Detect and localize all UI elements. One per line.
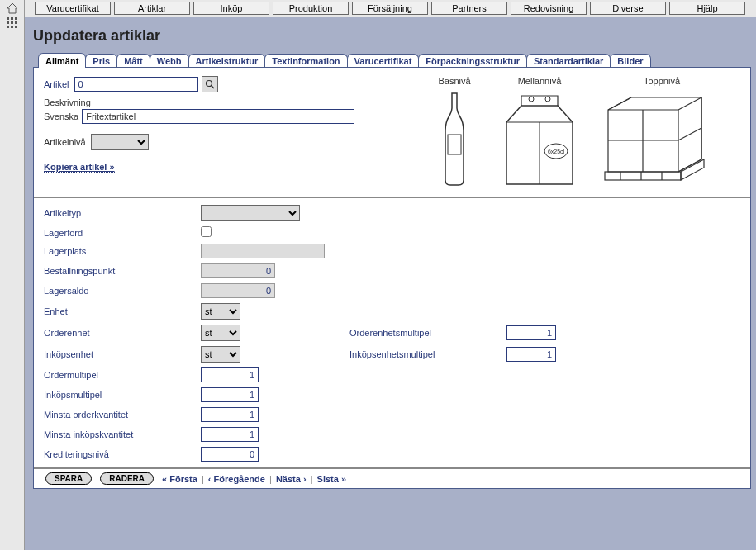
minsta-orderkvantitet-label: Minsta orderkvantitet (44, 410, 188, 420)
orderenhetsmultipel-label: Orderenhetsmultipel (349, 328, 493, 338)
inkopsmultipel-label: Inköpsmultipel (44, 390, 188, 400)
ordermultipel-input[interactable] (201, 367, 259, 382)
minsta-orderkvantitet-input[interactable] (201, 407, 259, 422)
menu-inkop[interactable]: Inköp (193, 2, 269, 15)
menu-diverse[interactable]: Diverse (590, 2, 666, 15)
svg-rect-6 (7, 26, 9, 28)
svenska-label: Svenska (44, 111, 78, 121)
tab-standardartiklar[interactable]: Standardartiklar (526, 54, 611, 68)
tab-allmant[interactable]: Allmänt (38, 53, 86, 68)
minsta-inkopskvantitet-label: Minsta inköpskvantitet (44, 429, 188, 439)
svg-rect-8 (15, 26, 17, 28)
menu-redovisning[interactable]: Redovisning (511, 2, 587, 15)
grid-icon[interactable] (6, 17, 19, 30)
menu-forsaljning[interactable]: Försäljning (352, 2, 428, 15)
home-icon[interactable] (6, 2, 19, 15)
menu-hjalp[interactable]: Hjälp (669, 2, 745, 15)
save-button[interactable]: SPARA (45, 472, 92, 485)
svg-rect-4 (11, 21, 13, 24)
svenska-input[interactable] (82, 109, 354, 124)
bottle-icon (430, 89, 479, 188)
svg-line-26 (678, 97, 701, 110)
search-button[interactable] (202, 76, 218, 92)
tab-textinformation[interactable]: Textinformation (264, 54, 347, 68)
svg-rect-1 (11, 17, 13, 20)
orderenhetsmultipel-input[interactable] (506, 325, 556, 340)
mellanniva-label: Mellannivå (494, 76, 585, 86)
lagerford-checkbox[interactable] (201, 226, 212, 237)
upper-left: Artikel Beskrivning Svenska (44, 76, 430, 190)
artikelniva-select[interactable] (91, 134, 149, 150)
tab-pris[interactable]: Pris (85, 54, 117, 68)
tab-forpackningsstruktur[interactable]: Förpackningsstruktur (418, 54, 527, 68)
beskrivning-label: Beskrivning (44, 97, 91, 107)
svg-line-18 (608, 97, 631, 110)
svg-rect-5 (15, 21, 17, 24)
basniva-col: Basnivå (430, 76, 479, 190)
pager: « Första | ‹ Föregående | Nästa › | Sist… (162, 474, 346, 484)
krediteringsniva-input[interactable] (201, 447, 259, 462)
footer: SPARA RADERA « Första | ‹ Föregående | N… (34, 469, 750, 488)
lagerplats-input (201, 244, 325, 258)
bestallningspunkt-input (201, 263, 275, 278)
delete-button[interactable]: RADERA (100, 472, 154, 485)
menu-partners[interactable]: Partners (431, 2, 507, 15)
main-area: Varucertifikat Artiklar Inköp Produktion… (25, 0, 756, 550)
menu-varucertifikat[interactable]: Varucertifikat (35, 2, 111, 15)
tab-webb[interactable]: Webb (150, 54, 189, 68)
svg-line-19 (678, 159, 701, 172)
app-root: Varucertifikat Artiklar Inköp Produktion… (0, 0, 756, 550)
orderenhet-select[interactable]: st (201, 325, 240, 341)
panel: Artikel Beskrivning Svenska (33, 67, 751, 489)
detail-form: Artikeltyp Lagerförd Lagerplats Beställn… (34, 198, 750, 469)
pallet-icon (600, 89, 724, 188)
toppniva-col: Toppnivå (600, 76, 724, 190)
tab-bilder[interactable]: Bilder (610, 54, 650, 68)
svg-point-17 (545, 97, 550, 102)
menu-produktion[interactable]: Produktion (273, 2, 349, 15)
krediteringsniva-label: Krediteringsnivå (44, 449, 188, 459)
svg-rect-11 (448, 135, 461, 154)
pager-last[interactable]: Sista » (317, 474, 346, 484)
menu-artiklar[interactable]: Artiklar (114, 2, 190, 15)
enhet-label: Enhet (44, 306, 188, 316)
svg-point-16 (529, 97, 534, 102)
artikel-input[interactable] (74, 77, 198, 92)
tab-matt[interactable]: Mått (116, 54, 150, 68)
pager-next[interactable]: Nästa › (276, 474, 307, 484)
upper-right: Basnivå Mellannivå (430, 76, 740, 190)
minsta-inkopskvantitet-input[interactable] (201, 427, 259, 442)
svg-rect-2 (15, 17, 17, 20)
search-icon (205, 79, 215, 89)
lagersaldo-input (201, 283, 275, 298)
lagerplats-label: Lagerplats (44, 246, 188, 256)
svg-rect-3 (7, 21, 9, 24)
enhet-select[interactable]: st (201, 303, 240, 320)
pager-prev[interactable]: ‹ Föregående (208, 474, 265, 484)
artikeltyp-label: Artikeltyp (44, 208, 188, 218)
page-title: Uppdatera artiklar (33, 27, 751, 45)
tabs: Allmänt Pris Mått Webb Artikelstruktur T… (38, 53, 751, 68)
toppniva-label: Toppnivå (600, 76, 724, 86)
menubar: Varucertifikat Artiklar Inköp Produktion… (25, 0, 756, 17)
inkopsenhetsmultipel-input[interactable] (506, 347, 556, 362)
left-sidebar (0, 0, 25, 550)
kopiera-artikel-link[interactable]: Kopiera artikel » (44, 162, 115, 173)
artikeltyp-select[interactable] (201, 205, 300, 221)
ordermultipel-label: Ordermultipel (44, 370, 188, 380)
inkopsmultipel-input[interactable] (201, 387, 259, 402)
tab-varucertifikat[interactable]: Varucertifikat (347, 54, 420, 68)
svg-rect-0 (7, 17, 9, 20)
pager-first[interactable]: « Första (162, 474, 197, 484)
upper-section: Artikel Beskrivning Svenska (34, 68, 750, 197)
svg-rect-7 (11, 26, 13, 28)
orderenhet-label: Orderenhet (44, 328, 188, 338)
bestallningspunkt-label: Beställningspunkt (44, 266, 188, 276)
svg-point-9 (206, 81, 212, 87)
inkopsenhet-select[interactable]: st (201, 346, 240, 363)
svg-line-25 (678, 128, 701, 140)
lagerford-label: Lagerförd (44, 228, 188, 238)
tab-artikelstruktur[interactable]: Artikelstruktur (188, 54, 266, 68)
detail-scroll[interactable]: Artikeltyp Lagerförd Lagerplats Beställn… (34, 197, 750, 469)
svg-rect-27 (605, 172, 681, 180)
